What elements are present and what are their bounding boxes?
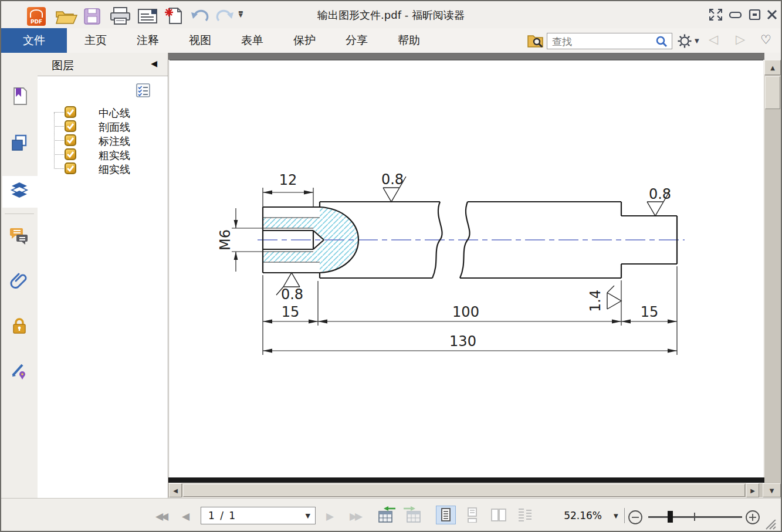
print-icon[interactable] xyxy=(109,6,131,25)
tab-home[interactable]: 主页 xyxy=(79,28,112,53)
tab-comment[interactable]: 注释 xyxy=(131,28,164,53)
page-indicator: 1 / 1 xyxy=(208,510,236,521)
layer-label[interactable]: 标注线 xyxy=(99,134,130,148)
zoom-in-button[interactable] xyxy=(745,510,760,525)
favorite-heart-icon[interactable]: ♡ xyxy=(760,33,771,47)
fullscreen-icon[interactable] xyxy=(708,8,723,21)
next-page-button[interactable]: ▶ xyxy=(326,510,331,522)
roughness-top-label: 0.8 xyxy=(381,171,404,188)
thread-label: M6 xyxy=(217,229,233,250)
new-document-star-icon[interactable] xyxy=(164,6,183,25)
bookmarks-panel-icon[interactable] xyxy=(10,87,29,106)
vertical-scroll-thumb[interactable] xyxy=(765,76,780,109)
redo-icon[interactable] xyxy=(215,9,235,24)
layer-tree-stub xyxy=(54,140,64,141)
zoom-slider-center-tick xyxy=(694,513,695,521)
open-file-icon[interactable] xyxy=(55,8,77,25)
continuous-view-button[interactable] xyxy=(462,506,482,524)
document-top-margin xyxy=(168,53,764,60)
single-page-view-button[interactable] xyxy=(436,506,456,524)
zoom-level: 52.16% xyxy=(551,510,602,521)
close-icon[interactable] xyxy=(766,8,778,21)
customize-toolbar-caret-icon[interactable]: ▬▼ xyxy=(238,10,243,17)
email-document-icon[interactable] xyxy=(137,8,158,24)
vertical-scrollbar[interactable] xyxy=(764,60,781,483)
roughness-shoulder-label: 1.4 xyxy=(587,290,604,312)
resize-grip[interactable] xyxy=(765,520,778,530)
nav-back-icon[interactable]: ◁ xyxy=(709,32,718,46)
continuous-facing-view-button[interactable] xyxy=(515,506,535,524)
search-input[interactable] xyxy=(551,35,653,49)
layer-row: 标注线 xyxy=(38,134,168,148)
nav-forward-icon[interactable]: ▷ xyxy=(736,32,745,46)
layers-panel-icon[interactable] xyxy=(10,181,29,199)
dim-middle-label: 100 xyxy=(452,304,479,320)
settings-gear-icon[interactable] xyxy=(677,33,692,49)
next-view-button[interactable] xyxy=(402,506,422,524)
security-lock-icon[interactable] xyxy=(10,317,29,336)
search-folder-icon[interactable] xyxy=(527,33,544,49)
menu-bar: 文件 主页 注释 视图 表单 保护 分享 帮助 xyxy=(1,28,781,53)
scroll-right-button[interactable]: ▶ xyxy=(746,483,759,497)
previous-view-button[interactable] xyxy=(377,506,397,524)
layer-tree-stub xyxy=(54,168,64,169)
roughness-bottom-label: 0.8 xyxy=(281,286,303,303)
collapse-panel-icon[interactable]: ◀ xyxy=(151,59,157,68)
scroll-left-button[interactable]: ◀ xyxy=(169,483,182,497)
dim-depth-label: 12 xyxy=(279,172,297,188)
layer-tree-stub xyxy=(54,126,64,127)
horizontal-scroll-thumb[interactable] xyxy=(183,484,745,497)
undo-icon[interactable] xyxy=(190,9,210,24)
tab-help[interactable]: 帮助 xyxy=(392,28,425,53)
layer-row: 粗实线 xyxy=(38,148,168,162)
save-icon[interactable] xyxy=(83,8,101,25)
layer-label[interactable]: 粗实线 xyxy=(99,148,130,162)
tab-share[interactable]: 分享 xyxy=(340,28,373,53)
layers-panel-title: 图层 xyxy=(52,58,74,73)
technical-drawing: 12 0.8 0.8 0.8 M6 1.4 15 100 15 130 xyxy=(170,60,763,478)
layer-checkbox-dimension[interactable] xyxy=(65,134,76,146)
foxit-pdf-logo-icon[interactable]: PDF xyxy=(27,7,46,26)
pages-panel-icon[interactable] xyxy=(10,134,29,153)
tab-form[interactable]: 表单 xyxy=(236,28,269,53)
facing-view-button[interactable] xyxy=(489,506,509,524)
layer-label[interactable]: 细实线 xyxy=(99,162,130,177)
last-page-button[interactable]: ▶▶ xyxy=(350,510,360,522)
layers-panel: 图层 ◀ 中心线 剖面线 xyxy=(38,53,168,498)
layer-options-icon[interactable] xyxy=(136,83,150,97)
tab-protect[interactable]: 保护 xyxy=(288,28,321,53)
navigation-rail xyxy=(1,53,38,498)
comments-panel-icon[interactable] xyxy=(10,226,29,245)
pdf-page[interactable]: 12 0.8 0.8 0.8 M6 1.4 15 100 15 130 xyxy=(170,60,763,477)
layer-label[interactable]: 中心线 xyxy=(99,106,130,120)
layer-checkbox-thick[interactable] xyxy=(65,148,76,160)
minimize-icon[interactable] xyxy=(729,8,743,21)
layer-checkbox-section[interactable] xyxy=(65,120,76,132)
tab-view[interactable]: 视图 xyxy=(184,28,216,53)
title-bar: 输出图形文件.pdf - 福昕阅读器 PDF xyxy=(1,1,781,28)
settings-caret-icon[interactable]: ▼ xyxy=(695,38,699,44)
zoom-slider-track[interactable] xyxy=(648,516,742,518)
statusbar-separator xyxy=(624,508,625,523)
zoom-slider-handle[interactable] xyxy=(668,511,673,523)
scroll-up-button[interactable]: ▲ xyxy=(764,60,781,75)
zoom-out-button[interactable] xyxy=(628,510,643,525)
layer-row: 剖面线 xyxy=(38,120,168,134)
page-dropdown-caret-icon[interactable]: ▼ xyxy=(306,512,310,520)
search-box xyxy=(547,33,672,49)
tab-file[interactable]: 文件 xyxy=(1,28,67,53)
signature-panel-icon[interactable] xyxy=(10,361,29,380)
layer-checkbox-centerline[interactable] xyxy=(65,106,76,118)
dim-left-label: 15 xyxy=(282,304,300,320)
scroll-down-button[interactable]: ▼ xyxy=(763,483,781,497)
first-page-button[interactable]: ◀◀ xyxy=(155,510,166,522)
layer-label[interactable]: 剖面线 xyxy=(99,120,130,134)
search-icon[interactable] xyxy=(655,35,668,48)
page-number-box[interactable]: 1 / 1 ▼ xyxy=(201,507,316,524)
zoom-dropdown-caret-icon[interactable]: ▼ xyxy=(614,513,618,519)
attachments-panel-icon[interactable] xyxy=(10,271,29,290)
dim-total-label: 130 xyxy=(449,333,476,350)
prev-page-button[interactable]: ◀ xyxy=(182,510,187,522)
restore-icon[interactable] xyxy=(748,8,762,21)
layer-checkbox-thin[interactable] xyxy=(65,162,76,174)
